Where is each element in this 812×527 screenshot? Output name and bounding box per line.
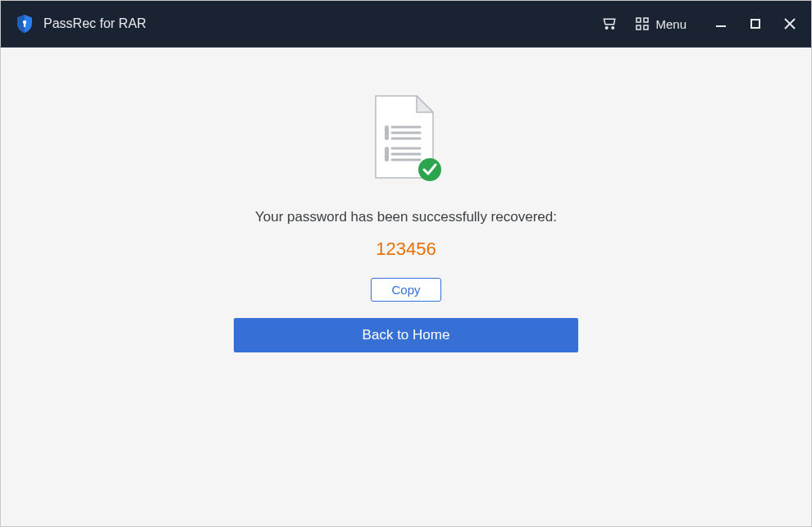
svg-rect-7 (644, 25, 648, 30)
recovered-password: 123456 (376, 239, 436, 260)
grid-icon (636, 17, 649, 30)
document-success-icon (369, 93, 443, 186)
svg-rect-9 (751, 20, 760, 28)
svg-point-20 (418, 158, 441, 181)
titlebar-left: PassRec for RAR (16, 14, 146, 34)
success-message: Your password has been successfully reco… (255, 209, 557, 225)
titlebar-right: Menu (601, 16, 796, 32)
svg-point-2 (606, 27, 609, 30)
content-area: Your password has been successfully reco… (0, 48, 812, 527)
svg-rect-6 (636, 25, 641, 30)
close-button[interactable] (783, 17, 796, 30)
menu-button[interactable]: Menu (636, 17, 687, 31)
svg-rect-12 (385, 125, 389, 140)
back-to-home-button[interactable]: Back to Home (234, 318, 578, 352)
svg-point-3 (612, 27, 614, 30)
svg-rect-16 (385, 147, 389, 161)
shield-icon (16, 14, 34, 34)
svg-rect-5 (644, 18, 648, 22)
window-controls (714, 17, 796, 30)
app-title: PassRec for RAR (43, 16, 146, 31)
minimize-button[interactable] (714, 17, 728, 30)
maximize-button[interactable] (749, 17, 762, 30)
titlebar: PassRec for RAR Menu (0, 0, 812, 48)
copy-button[interactable]: Copy (371, 278, 440, 302)
svg-rect-1 (24, 23, 25, 27)
menu-label: Menu (655, 17, 687, 31)
cart-icon[interactable] (601, 16, 618, 32)
svg-rect-4 (636, 18, 641, 22)
